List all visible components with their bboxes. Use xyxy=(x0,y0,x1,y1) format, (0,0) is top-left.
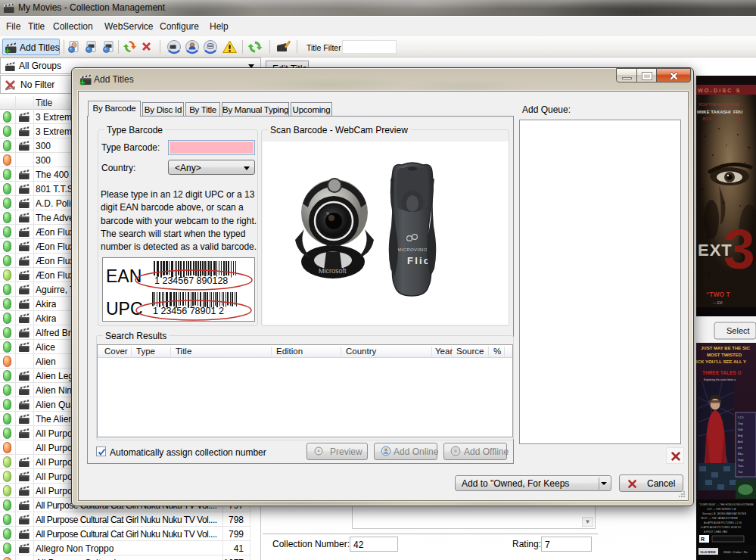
svg-text:ROM THE NIGHTMARE: ROM THE NIGHTMARE xyxy=(698,102,740,107)
svg-text:“TWO T: “TWO T xyxy=(706,291,730,298)
svg-text:“DUMPLINGS” — THE HONG KONG EX: “DUMPLINGS” — THE HONG KONG EXTREME xyxy=(699,503,754,506)
svg-text:Engl: Engl xyxy=(738,434,743,437)
svg-text:1 234567 890128: 1 234567 890128 xyxy=(154,275,228,286)
svg-text:Starring L.B. JEUNG MAN EAV W: Starring L.B. JEUNG MAN EAV WON B xyxy=(702,512,747,515)
svg-text:DU: DU xyxy=(736,117,742,121)
svg-text:A FRUIT CHAN, PAR: A FRUIT CHAN, PAR xyxy=(704,530,728,534)
svg-text:Supp: Supp xyxy=(738,459,744,462)
svg-text:In APPLAUSE PICTURES, BOM FU: In APPLAUSE PICTURES, BOM FU xyxy=(701,526,742,529)
svg-text:THREE TALES O: THREE TALES O xyxy=(702,370,742,375)
svg-text:Select: Select xyxy=(726,326,750,335)
svg-text:MIIKE TAKASHI FRU: MIIKE TAKASHI FRU xyxy=(697,110,742,114)
svg-text:Dolb: Dolb xyxy=(738,428,743,431)
svg-text:MICROVISION: MICROVISION xyxy=(397,247,431,252)
svg-text:Origi: Origi xyxy=(738,422,743,425)
svg-text:MOST TWISTED: MOST TWISTED xyxy=(707,353,742,357)
svg-text:Audi: Audi xyxy=(738,440,743,443)
svg-text:EAN: EAN xyxy=(106,266,142,286)
svg-text:CUT — THE VERSEY 2 A: CUT — THE VERSEY 2 A xyxy=(707,508,736,511)
svg-text:1 23456 78901 2: 1 23456 78901 2 xyxy=(153,306,224,316)
svg-text:2004 • Color • Fe: 2004 • Color • Fe xyxy=(723,550,748,554)
svg-text:Microsoft: Microsoft xyxy=(319,267,347,275)
svg-text:Exploring the outer limits o: Exploring the outer limits o xyxy=(704,378,736,381)
svg-text:16×9 WIDE: 16×9 WIDE xyxy=(700,550,716,554)
svg-text:ICK YOU’LL SEE ALL Y: ICK YOU’LL SEE ALL Y xyxy=(696,359,746,364)
svg-text:with: with xyxy=(738,446,742,450)
svg-text:WO-DISC S: WO-DISC S xyxy=(698,88,742,93)
svg-text:BOX: BOX xyxy=(702,117,711,121)
svg-text:EXT: EXT xyxy=(698,241,733,260)
svg-text:Mika: Mika xyxy=(738,453,743,456)
svg-text:“BOX” — THE JAPAN EXTREME: “BOX” — THE JAPAN EXTREME xyxy=(701,517,739,520)
svg-text:Thea: Thea xyxy=(738,465,743,468)
svg-text:Trail: Trail xyxy=(738,471,742,474)
svg-text:JUST MAY BE THE SIC: JUST MAY BE THE SIC xyxy=(701,346,751,350)
svg-text:R: R xyxy=(701,537,705,542)
svg-text:— EM: — EM xyxy=(713,301,723,305)
svg-text:5.1 D: 5.1 D xyxy=(738,416,744,419)
svg-text:An APPLAUSE PICTURES, L2 GL: An APPLAUSE PICTURES, L2 GL xyxy=(704,521,742,524)
